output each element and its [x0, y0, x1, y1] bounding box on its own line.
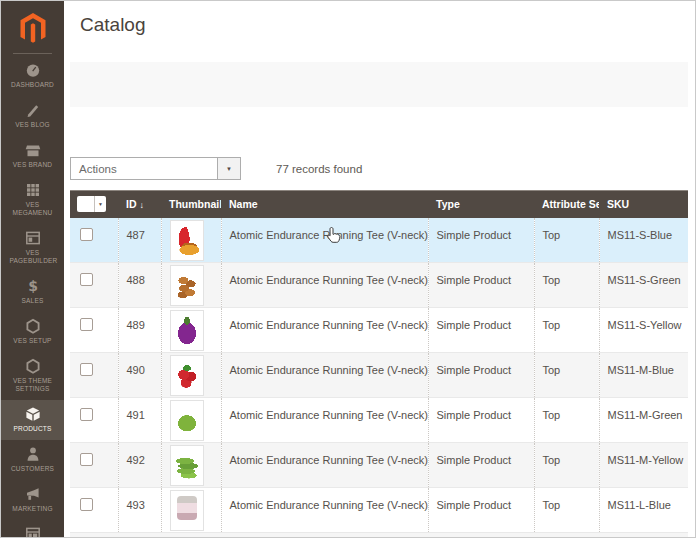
svg-text:$: $ [28, 278, 38, 294]
marketing-icon [25, 486, 41, 502]
row-checkbox[interactable] [80, 363, 93, 376]
sidebar-item-label: MARKETING [12, 505, 52, 513]
sidebar-item-label: VES MEGAMENU [10, 201, 56, 217]
select-all-dropdown[interactable]: ▼ [77, 196, 106, 212]
content-icon [25, 526, 41, 537]
column-header-name[interactable]: Name [221, 191, 428, 218]
product-image [175, 362, 199, 390]
brand-icon [25, 142, 41, 158]
product-thumbnail[interactable] [170, 445, 204, 486]
cell-name[interactable]: Atomic Endurance Running Tee (V-neck)-S-… [221, 308, 428, 353]
sidebar-item-label: VES SETUP [13, 337, 51, 345]
row-checkbox[interactable] [80, 318, 93, 331]
cell-name[interactable]: Atomic Endurance Running Tee (V-neck)-M-… [221, 398, 428, 443]
product-thumbnail[interactable] [170, 490, 204, 531]
cell-attribute-set: Top [534, 353, 599, 398]
cell-id: 487 [118, 218, 161, 263]
row-checkbox[interactable] [80, 453, 93, 466]
cell-sku: MS11-M-Green [599, 398, 688, 443]
column-header-type[interactable]: Type [428, 191, 534, 218]
cell-sku: MS11-L-Blue [599, 488, 688, 533]
actions-dropdown[interactable]: Actions ▼ [70, 157, 241, 180]
pagebuilder-icon [25, 230, 41, 246]
row-checkbox[interactable] [80, 228, 93, 241]
actions-dropdown-value: Actions [71, 163, 217, 175]
row-checkbox[interactable] [80, 408, 93, 421]
cell-type: Simple Product [428, 443, 534, 488]
cell-type: Simple Product [428, 398, 534, 443]
column-header-thumbnail[interactable]: Thumbnail [161, 191, 221, 218]
product-thumbnail[interactable] [170, 220, 204, 261]
sidebar-divider [13, 53, 52, 54]
setup-icon [25, 318, 41, 334]
cell-attribute-set: Top [534, 308, 599, 353]
sidebar-item-label: VES THEME SETTINGS [10, 377, 56, 393]
cell-type: Simple Product [428, 218, 534, 263]
cell-name[interactable]: Atomic Endurance Running Tee (V-neck)-S-… [221, 218, 428, 263]
row-checkbox[interactable] [80, 498, 93, 511]
sidebar-item-customers[interactable]: CUSTOMERS [1, 440, 64, 480]
product-thumbnail[interactable] [170, 265, 204, 306]
sidebar-item-content[interactable]: CONTENT [1, 520, 64, 537]
sidebar-item-ves-pagebuilder[interactable]: VES PAGEBUILDER [1, 224, 64, 272]
product-thumbnail[interactable] [170, 310, 204, 351]
cell-sku: MS11-S-Blue [599, 218, 688, 263]
sidebar-item-ves-brand[interactable]: VES BRAND [1, 136, 64, 176]
table-row[interactable]: 493 Atomic Endurance Running Tee (V-neck… [70, 488, 688, 533]
cell-type: Simple Product [428, 263, 534, 308]
sidebar-item-label: PRODUCTS [13, 425, 51, 433]
row-checkbox[interactable] [80, 273, 93, 286]
cell-attribute-set: Top [534, 263, 599, 308]
sidebar-item-sales[interactable]: $SALES [1, 272, 64, 312]
sidebar-item-dashboard[interactable]: DASHBOARD [1, 56, 64, 96]
table-row[interactable]: 489 Atomic Endurance Running Tee (V-neck… [70, 308, 688, 353]
megamenu-icon [25, 182, 41, 198]
table-row[interactable]: 492 Atomic Endurance Running Tee (V-neck… [70, 443, 688, 488]
cell-id: 490 [118, 353, 161, 398]
product-image [177, 496, 197, 520]
cell-attribute-set: Top [534, 398, 599, 443]
table-row[interactable]: 488 Atomic Endurance Running Tee (V-neck… [70, 263, 688, 308]
main-content: Catalog Actions ▼ 77 records found [64, 1, 695, 537]
table-row[interactable]: 491 Atomic Endurance Running Tee (V-neck… [70, 398, 688, 443]
sidebar-item-ves-blog[interactable]: VES BLOG [1, 96, 64, 136]
product-table: ▼ ID↓ Thumbnail Name Type Attribute Set … [70, 190, 688, 533]
magento-logo-icon[interactable] [1, 1, 64, 47]
cell-attribute-set: Top [534, 488, 599, 533]
sidebar-item-ves-theme-settings[interactable]: VES THEME SETTINGS [1, 352, 64, 400]
sidebar-item-label: SALES [22, 297, 44, 305]
cell-name[interactable]: Atomic Endurance Running Tee (V-neck)-L-… [221, 488, 428, 533]
sidebar-item-label: VES PAGEBUILDER [10, 249, 56, 265]
product-image [175, 407, 199, 435]
sidebar-item-products[interactable]: PRODUCTS [1, 400, 64, 440]
select-all-checkbox[interactable] [77, 196, 94, 212]
product-image [175, 317, 199, 345]
cell-name[interactable]: Atomic Endurance Running Tee (V-neck)-M-… [221, 353, 428, 398]
column-header-attribute-set[interactable]: Attribute Set [534, 191, 599, 218]
cell-name[interactable]: Atomic Endurance Running Tee (V-neck)-S-… [221, 263, 428, 308]
sidebar: DASHBOARDVES BLOGVES BRANDVES MEGAMENUVE… [1, 1, 64, 537]
cell-name[interactable]: Atomic Endurance Running Tee (V-neck)-M-… [221, 443, 428, 488]
cell-id: 492 [118, 443, 161, 488]
product-thumbnail[interactable] [170, 400, 204, 441]
sidebar-item-marketing[interactable]: MARKETING [1, 480, 64, 520]
column-header-id[interactable]: ID↓ [118, 191, 161, 218]
sidebar-item-label: CUSTOMERS [11, 465, 54, 473]
product-image [175, 227, 199, 255]
sidebar-item-label: VES BLOG [15, 121, 49, 129]
column-header-sku[interactable]: SKU [599, 191, 688, 218]
sidebar-nav: DASHBOARDVES BLOGVES BRANDVES MEGAMENUVE… [1, 56, 64, 537]
cell-type: Simple Product [428, 353, 534, 398]
products-icon [25, 406, 41, 422]
sidebar-item-ves-setup[interactable]: VES SETUP [1, 312, 64, 352]
product-thumbnail[interactable] [170, 355, 204, 396]
chevron-down-icon[interactable]: ▼ [94, 196, 106, 212]
sidebar-item-ves-megamenu[interactable]: VES MEGAMENU [1, 176, 64, 224]
records-count: 77 records found [276, 163, 362, 175]
page-title: Catalog [80, 14, 146, 36]
table-row[interactable]: 487 Atomic Endurance Running Tee (V-neck… [70, 218, 688, 263]
table-row[interactable]: 490 Atomic Endurance Running Tee (V-neck… [70, 353, 688, 398]
cell-attribute-set: Top [534, 218, 599, 263]
product-grid: ▼ ID↓ Thumbnail Name Type Attribute Set … [70, 190, 688, 537]
chevron-down-icon[interactable]: ▼ [217, 158, 240, 179]
